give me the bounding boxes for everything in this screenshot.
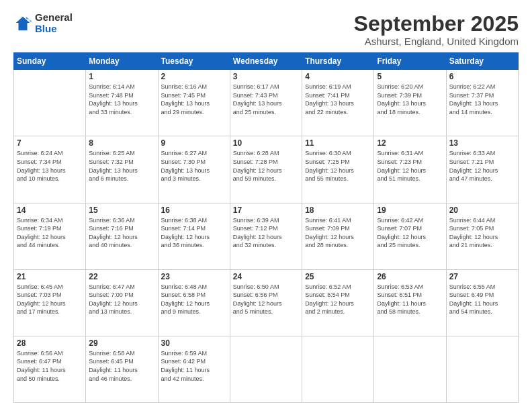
calendar-week-row: 7Sunrise: 6:24 AM Sunset: 7:34 PM Daylig… xyxy=(14,136,519,203)
table-row xyxy=(374,336,446,402)
cell-info: Sunrise: 6:14 AM Sunset: 7:48 PM Dayligh… xyxy=(89,83,154,116)
month-title: September 2025 xyxy=(354,12,519,36)
day-number: 24 xyxy=(233,272,299,281)
cell-info: Sunrise: 6:38 AM Sunset: 7:14 PM Dayligh… xyxy=(161,216,227,250)
day-number: 12 xyxy=(377,138,443,148)
table-row: 1Sunrise: 6:14 AM Sunset: 7:48 PM Daylig… xyxy=(86,70,158,136)
table-row xyxy=(230,336,302,402)
cell-info: Sunrise: 6:47 AM Sunset: 7:00 PM Dayligh… xyxy=(89,283,154,316)
cell-info: Sunrise: 6:44 AM Sunset: 7:05 PM Dayligh… xyxy=(449,216,515,250)
cell-info: Sunrise: 6:34 AM Sunset: 7:19 PM Dayligh… xyxy=(17,216,83,250)
table-row: 2Sunrise: 6:16 AM Sunset: 7:45 PM Daylig… xyxy=(158,70,230,136)
table-row: 18Sunrise: 6:41 AM Sunset: 7:09 PM Dayli… xyxy=(302,203,374,269)
day-number: 27 xyxy=(449,272,515,281)
day-number: 2 xyxy=(161,72,227,81)
day-number: 22 xyxy=(89,272,154,281)
day-number: 5 xyxy=(377,72,443,81)
table-row: 29Sunrise: 6:58 AM Sunset: 6:45 PM Dayli… xyxy=(86,336,158,402)
calendar-week-row: 21Sunrise: 6:45 AM Sunset: 7:03 PM Dayli… xyxy=(14,269,519,336)
table-row: 5Sunrise: 6:20 AM Sunset: 7:39 PM Daylig… xyxy=(374,70,446,136)
table-row: 6Sunrise: 6:22 AM Sunset: 7:37 PM Daylig… xyxy=(446,70,518,136)
cell-info: Sunrise: 6:48 AM Sunset: 6:58 PM Dayligh… xyxy=(161,283,227,316)
table-row: 23Sunrise: 6:48 AM Sunset: 6:58 PM Dayli… xyxy=(158,269,230,336)
cell-info: Sunrise: 6:28 AM Sunset: 7:28 PM Dayligh… xyxy=(233,149,299,183)
logo-icon xyxy=(13,14,32,33)
table-row: 14Sunrise: 6:34 AM Sunset: 7:19 PM Dayli… xyxy=(14,203,86,269)
cell-info: Sunrise: 6:17 AM Sunset: 7:43 PM Dayligh… xyxy=(233,83,299,116)
cell-info: Sunrise: 6:50 AM Sunset: 6:56 PM Dayligh… xyxy=(233,283,299,316)
day-number: 21 xyxy=(17,272,83,281)
day-number: 16 xyxy=(161,205,227,215)
cell-info: Sunrise: 6:53 AM Sunset: 6:51 PM Dayligh… xyxy=(377,283,443,316)
table-row: 17Sunrise: 6:39 AM Sunset: 7:12 PM Dayli… xyxy=(230,203,302,269)
logo: General Blue xyxy=(13,12,73,34)
table-row: 24Sunrise: 6:50 AM Sunset: 6:56 PM Dayli… xyxy=(230,269,302,336)
table-row: 7Sunrise: 6:24 AM Sunset: 7:34 PM Daylig… xyxy=(14,136,86,203)
cell-info: Sunrise: 6:33 AM Sunset: 7:21 PM Dayligh… xyxy=(449,149,515,183)
table-row: 12Sunrise: 6:31 AM Sunset: 7:23 PM Dayli… xyxy=(374,136,446,203)
col-wednesday: Wednesday xyxy=(230,53,302,70)
table-row: 4Sunrise: 6:19 AM Sunset: 7:41 PM Daylig… xyxy=(302,70,374,136)
day-number: 3 xyxy=(233,72,299,81)
cell-info: Sunrise: 6:52 AM Sunset: 6:54 PM Dayligh… xyxy=(305,283,371,316)
table-row: 26Sunrise: 6:53 AM Sunset: 6:51 PM Dayli… xyxy=(374,269,446,336)
calendar-header-row: Sunday Monday Tuesday Wednesday Thursday… xyxy=(14,53,519,70)
col-thursday: Thursday xyxy=(302,53,374,70)
cell-info: Sunrise: 6:56 AM Sunset: 6:47 PM Dayligh… xyxy=(17,349,83,383)
table-row: 20Sunrise: 6:44 AM Sunset: 7:05 PM Dayli… xyxy=(446,203,518,269)
cell-info: Sunrise: 6:31 AM Sunset: 7:23 PM Dayligh… xyxy=(377,149,443,183)
table-row: 16Sunrise: 6:38 AM Sunset: 7:14 PM Dayli… xyxy=(158,203,230,269)
day-number: 10 xyxy=(233,138,299,148)
day-number: 23 xyxy=(161,272,227,281)
day-number: 6 xyxy=(449,72,515,81)
table-row: 28Sunrise: 6:56 AM Sunset: 6:47 PM Dayli… xyxy=(14,336,86,402)
logo-general-label: General xyxy=(35,12,73,24)
table-row: 30Sunrise: 6:59 AM Sunset: 6:42 PM Dayli… xyxy=(158,336,230,402)
cell-info: Sunrise: 6:24 AM Sunset: 7:34 PM Dayligh… xyxy=(17,149,83,183)
day-number: 25 xyxy=(305,272,371,281)
calendar-week-row: 28Sunrise: 6:56 AM Sunset: 6:47 PM Dayli… xyxy=(14,336,519,402)
table-row: 19Sunrise: 6:42 AM Sunset: 7:07 PM Dayli… xyxy=(374,203,446,269)
day-number: 11 xyxy=(305,138,371,148)
cell-info: Sunrise: 6:22 AM Sunset: 7:37 PM Dayligh… xyxy=(449,83,515,116)
calendar-table: Sunday Monday Tuesday Wednesday Thursday… xyxy=(13,52,519,403)
day-number: 20 xyxy=(449,205,515,215)
day-number: 19 xyxy=(377,205,443,215)
calendar-week-row: 14Sunrise: 6:34 AM Sunset: 7:19 PM Dayli… xyxy=(14,203,519,269)
day-number: 9 xyxy=(161,138,227,148)
table-row: 3Sunrise: 6:17 AM Sunset: 7:43 PM Daylig… xyxy=(230,70,302,136)
table-row xyxy=(14,70,86,136)
table-row: 13Sunrise: 6:33 AM Sunset: 7:21 PM Dayli… xyxy=(446,136,518,203)
table-row: 9Sunrise: 6:27 AM Sunset: 7:30 PM Daylig… xyxy=(158,136,230,203)
cell-info: Sunrise: 6:25 AM Sunset: 7:32 PM Dayligh… xyxy=(89,149,154,183)
logo-blue-label: Blue xyxy=(35,24,73,35)
day-number: 26 xyxy=(377,272,443,281)
day-number: 1 xyxy=(89,72,154,81)
page: General Blue September 2025 Ashurst, Eng… xyxy=(0,0,532,411)
table-row xyxy=(446,336,518,402)
table-row: 8Sunrise: 6:25 AM Sunset: 7:32 PM Daylig… xyxy=(86,136,158,203)
col-monday: Monday xyxy=(86,53,158,70)
day-number: 15 xyxy=(89,205,154,215)
cell-info: Sunrise: 6:59 AM Sunset: 6:42 PM Dayligh… xyxy=(161,349,227,383)
table-row: 10Sunrise: 6:28 AM Sunset: 7:28 PM Dayli… xyxy=(230,136,302,203)
day-number: 4 xyxy=(305,72,371,81)
logo-text: General Blue xyxy=(35,12,73,34)
table-row: 15Sunrise: 6:36 AM Sunset: 7:16 PM Dayli… xyxy=(86,203,158,269)
cell-info: Sunrise: 6:58 AM Sunset: 6:45 PM Dayligh… xyxy=(89,349,154,383)
day-number: 8 xyxy=(89,138,154,148)
title-block: September 2025 Ashurst, England, United … xyxy=(354,12,519,47)
day-number: 17 xyxy=(233,205,299,215)
cell-info: Sunrise: 6:20 AM Sunset: 7:39 PM Dayligh… xyxy=(377,83,443,116)
cell-info: Sunrise: 6:45 AM Sunset: 7:03 PM Dayligh… xyxy=(17,283,83,316)
table-row: 27Sunrise: 6:55 AM Sunset: 6:49 PM Dayli… xyxy=(446,269,518,336)
cell-info: Sunrise: 6:19 AM Sunset: 7:41 PM Dayligh… xyxy=(305,83,371,116)
table-row: 22Sunrise: 6:47 AM Sunset: 7:00 PM Dayli… xyxy=(86,269,158,336)
day-number: 29 xyxy=(89,338,154,348)
table-row: 21Sunrise: 6:45 AM Sunset: 7:03 PM Dayli… xyxy=(14,269,86,336)
table-row: 25Sunrise: 6:52 AM Sunset: 6:54 PM Dayli… xyxy=(302,269,374,336)
table-row: 11Sunrise: 6:30 AM Sunset: 7:25 PM Dayli… xyxy=(302,136,374,203)
day-number: 30 xyxy=(161,338,227,348)
table-row xyxy=(302,336,374,402)
cell-info: Sunrise: 6:55 AM Sunset: 6:49 PM Dayligh… xyxy=(449,283,515,316)
